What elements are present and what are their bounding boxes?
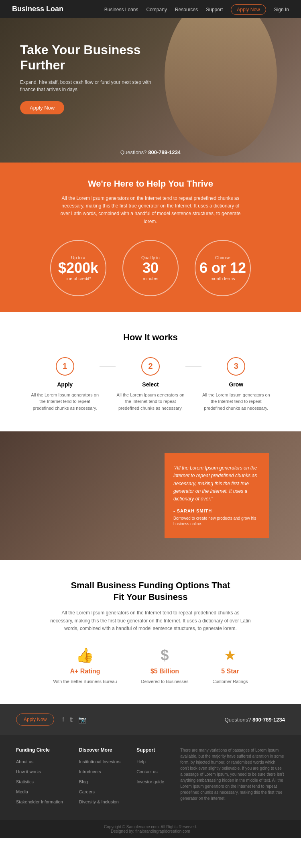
footer-phone-number: 800-789-1234 bbox=[252, 717, 285, 723]
orange-title: We're Here to Help You Thrive bbox=[12, 179, 289, 189]
funding-body: All the Lorem Ipsum generators on the In… bbox=[50, 609, 251, 632]
footer-link-about[interactable]: About us bbox=[16, 759, 33, 764]
step-3-label: Grow bbox=[229, 381, 243, 388]
footer-col-support: Support Help Contact us Investor guide bbox=[136, 747, 164, 808]
how-title: How It works bbox=[12, 332, 289, 343]
footer-link-how[interactable]: How it works bbox=[16, 769, 41, 774]
nav-business-loans[interactable]: Business Loans bbox=[104, 7, 138, 12]
hero-title: Take Your Business Further bbox=[20, 42, 157, 73]
nav-apply-button[interactable]: Apply Now bbox=[231, 4, 266, 15]
nav-links: Business Loans Company Resources Support… bbox=[104, 6, 289, 13]
footer-link-contact[interactable]: Contact us bbox=[136, 769, 158, 774]
footer-top-left: Apply Now f 𝕥 📷 bbox=[16, 714, 86, 726]
hero-section: Take Your Business Further Expand, hire … bbox=[0, 18, 301, 163]
step-1-label: Apply bbox=[57, 381, 73, 388]
facebook-icon[interactable]: f bbox=[62, 716, 64, 723]
stat-billion-label: Delivered to Businesses bbox=[141, 679, 188, 684]
circle-200k: Up to a $200k line of credit* bbox=[50, 240, 106, 296]
footer-top-bar: Apply Now f 𝕥 📷 Questions? 800-789-1234 bbox=[0, 704, 301, 735]
circle-30-minutes: Qualify in 30 minutes bbox=[122, 240, 179, 296]
step-connector-2 bbox=[185, 366, 201, 367]
dollar-icon: $ bbox=[161, 647, 169, 664]
footer-designed-by: Designed by: finalbrandingrapidcreation.… bbox=[16, 829, 285, 833]
footer-link-media[interactable]: Media bbox=[16, 789, 28, 794]
hero-apply-button[interactable]: Apply Now bbox=[20, 101, 64, 114]
testimonial-section: "All the Lorem Ipsum generators on the i… bbox=[0, 431, 301, 560]
hero-subtitle: Expand, hire staff, boost cash flow or f… bbox=[20, 79, 157, 93]
footer-phone: Questions? 800-789-1234 bbox=[225, 717, 285, 723]
nav-support[interactable]: Support bbox=[206, 7, 223, 12]
testimonial-quote: "All the Lorem Ipsum generators on the i… bbox=[173, 464, 260, 503]
step-3-desc: All the Lorem Ipsum generators on the In… bbox=[201, 392, 271, 412]
stat-star-label: Customer Ratings bbox=[212, 679, 248, 684]
stat-star-value: 5 Star bbox=[221, 668, 239, 675]
hero-content: Take Your Business Further Expand, hire … bbox=[20, 42, 157, 114]
stat-rating-value: A+ Rating bbox=[70, 668, 100, 675]
footer-bottom-bar: Copyright © Samplename.com. All Rights R… bbox=[0, 820, 301, 838]
circles-row: Up to a $200k line of credit* Qualify in… bbox=[12, 240, 289, 296]
nav-signin-link[interactable]: Sign In bbox=[274, 7, 289, 12]
step-2: 2 Select All the Lorem Ipsum generators … bbox=[116, 357, 185, 412]
testimonial-name: - SARAH SMITH bbox=[173, 508, 260, 513]
footer-link-careers[interactable]: Careers bbox=[79, 789, 95, 794]
footer-link-investor-guide[interactable]: Investor guide bbox=[136, 779, 164, 784]
step-3: 3 Grow All the Lorem Ipsum generators on… bbox=[201, 357, 271, 412]
footer-link-institutional[interactable]: Institutional Investors bbox=[79, 759, 120, 764]
funding-section: Small Business Funding Options That Fit … bbox=[0, 560, 301, 704]
stat-rating: 👍 A+ Rating With the Better Business Bur… bbox=[53, 647, 117, 684]
footer-apply-button[interactable]: Apply Now bbox=[16, 714, 54, 726]
footer-disclaimer: There are many variations of passages of… bbox=[180, 747, 285, 808]
hero-phone: Questions? 800-789-1234 bbox=[120, 149, 181, 155]
testimonial-box: "All the Lorem Ipsum generators on the i… bbox=[165, 453, 269, 538]
footer-copyright: Copyright © Samplename.com. All Rights R… bbox=[16, 825, 285, 829]
orange-section: We're Here to Help You Thrive All the Lo… bbox=[0, 163, 301, 312]
thumbs-up-icon: 👍 bbox=[76, 647, 94, 664]
site-logo: Business Loan bbox=[12, 5, 63, 13]
footer-link-help[interactable]: Help bbox=[136, 759, 146, 764]
footer-col-discover: Discover More Institutional Investors In… bbox=[79, 747, 120, 808]
stat-star: ★ 5 Star Customer Ratings bbox=[212, 647, 248, 684]
step-2-label: Select bbox=[142, 381, 159, 388]
instagram-icon[interactable]: 📷 bbox=[78, 716, 86, 724]
navbar: Business Loan Business Loans Company Res… bbox=[0, 0, 301, 18]
step-3-circle: 3 bbox=[227, 357, 245, 376]
footer-col-2-list: Institutional Investors Introducers Blog… bbox=[79, 758, 120, 805]
star-icon: ★ bbox=[224, 647, 236, 664]
step-1-desc: All the Lorem Ipsum generators on the In… bbox=[30, 392, 100, 412]
footer-col-2-heading: Discover More bbox=[79, 747, 120, 753]
testimonial-role: Borrowed to create new products and grow… bbox=[173, 516, 260, 527]
funding-title: Small Business Funding Options That Fit … bbox=[70, 580, 231, 603]
social-links: f 𝕥 📷 bbox=[62, 716, 86, 724]
footer-link-blog[interactable]: Blog bbox=[79, 779, 88, 784]
stat-billion-value: $5 Billion bbox=[150, 668, 179, 675]
stats-row: 👍 A+ Rating With the Better Business Bur… bbox=[12, 647, 289, 684]
step-2-desc: All the Lorem Ipsum generators on the In… bbox=[116, 392, 185, 412]
footer-links-section: Funding Circle About us How it works Sta… bbox=[0, 735, 301, 820]
footer-link-stakeholder[interactable]: Stakeholder Information bbox=[16, 799, 63, 804]
stat-billion: $ $5 Billion Delivered to Businesses bbox=[141, 647, 188, 684]
footer-link-diversity[interactable]: Diversity & Inclusion bbox=[79, 799, 119, 804]
step-1: 1 Apply All the Lorem Ipsum generators o… bbox=[30, 357, 100, 412]
footer-col-3-list: Help Contact us Investor guide bbox=[136, 758, 164, 785]
steps-container: 1 Apply All the Lorem Ipsum generators o… bbox=[30, 357, 271, 412]
nav-company[interactable]: Company bbox=[146, 7, 167, 12]
footer-link-statistics[interactable]: Statistics bbox=[16, 779, 34, 784]
nav-resources[interactable]: Resources bbox=[175, 7, 198, 12]
stat-rating-label: With the Better Business Bureau bbox=[53, 679, 117, 684]
twitter-icon[interactable]: 𝕥 bbox=[70, 716, 73, 724]
step-connector-1 bbox=[100, 366, 116, 367]
footer-col-3-heading: Support bbox=[136, 747, 164, 753]
footer-col-1-heading: Funding Circle bbox=[16, 747, 63, 753]
hero-phone-number: 800-789-1234 bbox=[148, 149, 181, 155]
how-it-works-section: How It works 1 Apply All the Lorem Ipsum… bbox=[0, 312, 301, 432]
orange-body: All the Lorem Ipsum generators on the In… bbox=[58, 195, 243, 226]
step-1-circle: 1 bbox=[56, 357, 74, 376]
footer-col-funding-circle: Funding Circle About us How it works Sta… bbox=[16, 747, 63, 808]
footer-col-1-list: About us How it works Statistics Media S… bbox=[16, 758, 63, 805]
circle-6-or-12: Choose 6 or 12 month terms bbox=[195, 240, 251, 296]
footer-link-introducers[interactable]: Introducers bbox=[79, 769, 101, 774]
step-2-circle: 2 bbox=[141, 357, 160, 376]
